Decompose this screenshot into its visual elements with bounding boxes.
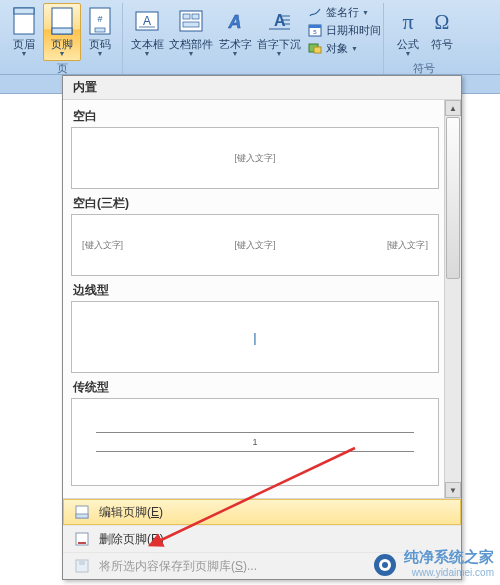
remove-footer-action[interactable]: 删除页脚(R) [63,525,461,552]
datetime-button[interactable]: 5 日期和时间 [305,21,383,39]
svg-text:#: # [97,14,102,24]
signature-icon [307,4,323,20]
textbox-icon: A [133,5,161,37]
chevron-down-icon: ▼ [351,45,358,52]
ribbon-row: π 公式 ▼ Ω 符号 [390,3,458,61]
header-button[interactable]: 页眉 ▼ [7,3,41,63]
ribbon-row: 页眉 ▼ 页脚 ▼ # 页码 ▼ [6,3,118,61]
cursor-mark: | [253,330,256,345]
scroll-down-button[interactable]: ▼ [445,482,461,498]
symbol-button[interactable]: Ω 符号 [427,3,457,63]
ribbon-small-stack: 签名行 ▼ 5 日期和时间 对象 ▼ [303,3,383,61]
svg-text:Ω: Ω [435,11,450,33]
divider [96,451,414,452]
footer-label: 页脚 [51,38,73,50]
footer-icon [48,5,76,37]
gallery-heading: 内置 [63,76,461,99]
pagenumber-icon: # [86,5,114,37]
ribbon-group-symbols: π 公式 ▼ Ω 符号 符号 [383,3,462,74]
datetime-label: 日期和时间 [326,23,381,38]
divider [96,432,414,433]
dropcap-label: 首字下沉 [257,38,301,50]
parts-label: 文档部件 [169,38,213,50]
chevron-down-icon: ▼ [188,50,195,57]
svg-rect-28 [76,514,88,518]
gallery-scroll-area: 空白 [键入文字] 空白(三栏) [键入文字] [键入文字] [键入文字] 边线… [63,99,461,499]
chevron-down-icon: ▼ [97,50,104,57]
parts-button[interactable]: 文档部件 ▼ [168,3,214,63]
placeholder-text: [键入文字] [234,239,275,252]
gallery-section-traditional: 传统型 [73,379,437,396]
signature-button[interactable]: 签名行 ▼ [305,3,383,21]
save-to-gallery-action: 将所选内容保存到页脚库(S)... [63,552,461,579]
svg-text:A: A [228,12,242,32]
chevron-down-icon: ▼ [232,50,239,57]
chevron-down-icon: ▼ [144,50,151,57]
pi-icon: π [394,5,422,37]
ribbon-group-headerfooter: 页眉 ▼ 页脚 ▼ # 页码 ▼ 页 [2,3,123,74]
gallery-item-blank[interactable]: [键入文字] [71,127,439,189]
header-label: 页眉 [13,38,35,50]
header-icon [10,5,38,37]
chevron-down-icon: ▼ [362,9,369,16]
wordart-button[interactable]: A 艺术字 ▼ [216,3,254,63]
svg-rect-3 [52,28,72,34]
pagenumber-button[interactable]: # 页码 ▼ [83,3,117,63]
remove-footer-label: 删除页脚(R) [99,531,164,548]
footer-gallery-popup: 内置 空白 [键入文字] 空白(三栏) [键入文字] [键入文字] [键入文字]… [62,75,462,580]
scroll-up-button[interactable]: ▲ [445,100,461,116]
gallery-list: 空白 [键入文字] 空白(三栏) [键入文字] [键入文字] [键入文字] 边线… [69,104,441,494]
chevron-down-icon: ▼ [59,50,66,57]
gallery-item-blank3[interactable]: [键入文字] [键入文字] [键入文字] [71,214,439,276]
svg-rect-24 [314,47,321,53]
gallery-section-blank3: 空白(三栏) [73,195,437,212]
svg-rect-32 [79,560,85,565]
gallery-section-blank: 空白 [73,108,437,125]
textbox-label: 文本框 [131,38,164,50]
svg-text:A: A [143,14,151,28]
equation-label: 公式 [397,38,419,50]
wordart-icon: A [221,5,249,37]
signature-label: 签名行 [326,5,359,20]
gallery-item-traditional[interactable]: 1 [71,398,439,486]
group-label-hf: 页 [6,61,118,75]
gallery-scrollbar[interactable]: ▲ ▼ [444,100,461,498]
placeholder-text: [键入文字] [82,239,123,252]
svg-rect-1 [14,8,34,14]
ribbon-row: A 文本框 ▼ 文档部件 ▼ A 艺术字 ▼ A [127,3,383,61]
footer-button[interactable]: 页脚 ▼ [43,3,81,61]
object-button[interactable]: 对象 ▼ [305,39,383,57]
save-to-gallery-label: 将所选内容保存到页脚库(S)... [99,558,257,575]
chevron-down-icon: ▼ [21,50,28,57]
svg-rect-12 [192,14,199,19]
datetime-icon: 5 [307,22,323,38]
group-label-text [127,61,383,74]
placeholder-text: [键入文字] [234,152,275,165]
textbox-button[interactable]: A 文本框 ▼ [128,3,166,63]
edit-footer-action[interactable]: 编辑页脚(E) [63,499,461,525]
object-icon [307,40,323,56]
symbol-label: 符号 [431,38,453,50]
edit-icon [73,503,91,521]
svg-rect-13 [183,22,199,27]
gallery-section-border: 边线型 [73,282,437,299]
ribbon: 页眉 ▼ 页脚 ▼ # 页码 ▼ 页 [0,0,500,75]
ribbon-group-text: A 文本框 ▼ 文档部件 ▼ A 艺术字 ▼ A [123,3,383,74]
svg-rect-6 [95,28,105,32]
parts-icon [177,5,205,37]
save-icon [73,557,91,575]
group-label-symbols: 符号 [390,61,458,75]
wordart-label: 艺术字 [219,38,252,50]
svg-text:π: π [402,9,413,34]
dropcap-button[interactable]: A 首字下沉 ▼ [256,3,302,63]
equation-button[interactable]: π 公式 ▼ [391,3,425,63]
edit-footer-label: 编辑页脚(E) [99,504,163,521]
page-number: 1 [252,437,257,447]
pagenumber-label: 页码 [89,38,111,50]
gallery-item-border[interactable]: | [71,301,439,373]
gallery-actions: 编辑页脚(E) 删除页脚(R) 将所选内容保存到页脚库(S)... [63,499,461,579]
scroll-thumb[interactable] [446,117,460,279]
chevron-down-icon: ▼ [405,50,412,57]
placeholder-text: [键入文字] [387,239,428,252]
remove-icon [73,530,91,548]
